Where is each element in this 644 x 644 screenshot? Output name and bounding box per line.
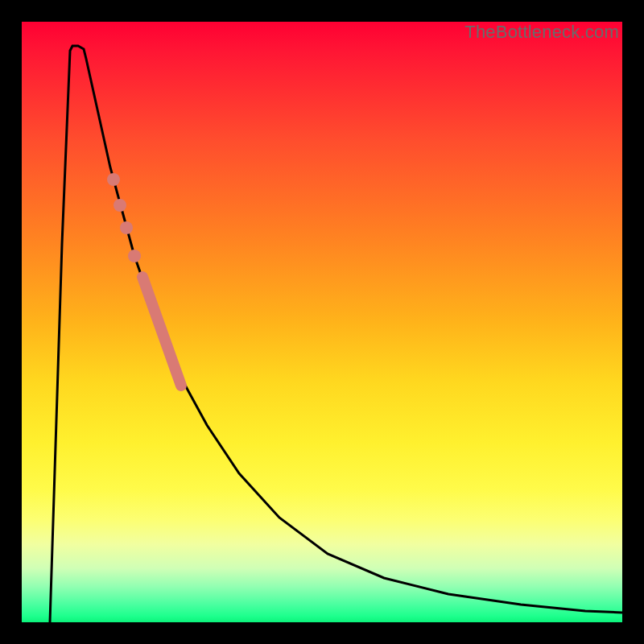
- highlight-dot: [107, 173, 120, 186]
- highlight-segment: [142, 277, 181, 386]
- curve-layer: [22, 22, 622, 622]
- highlight-dot: [114, 199, 126, 212]
- chart-frame: TheBottleneck.com: [0, 0, 644, 644]
- plot-area: TheBottleneck.com: [22, 22, 622, 622]
- watermark-text: TheBottleneck.com: [464, 22, 619, 43]
- bottleneck-curve: [50, 46, 622, 622]
- highlight-dot: [128, 250, 141, 262]
- highlight-dot: [120, 221, 133, 234]
